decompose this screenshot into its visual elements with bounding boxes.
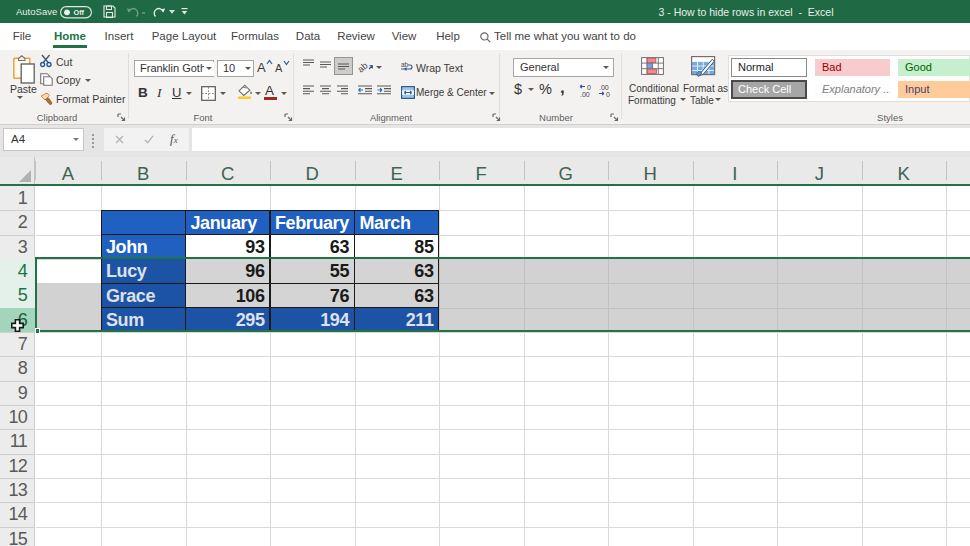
svg-text:.00: .00 [599, 84, 609, 91]
svg-text:.00: .00 [580, 91, 590, 98]
svg-text:ab: ab [356, 60, 370, 74]
svg-text:ab: ab [401, 61, 409, 68]
svg-text:0: 0 [606, 91, 610, 98]
svg-text:Off: Off [74, 8, 85, 17]
svg-text:0: 0 [587, 84, 591, 91]
